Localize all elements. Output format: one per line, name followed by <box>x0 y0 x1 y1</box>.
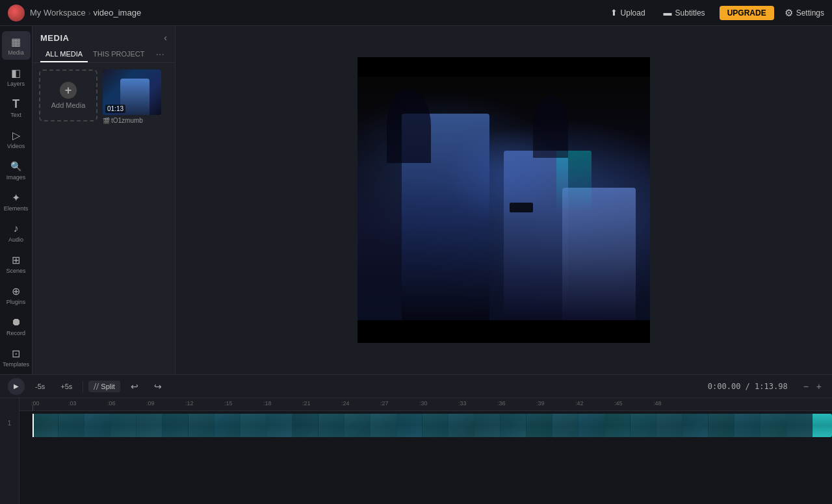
sidebar-item-videos[interactable]: ▷ Videos <box>2 125 31 153</box>
redo-button[interactable]: ↪ <box>149 379 167 394</box>
sidebar: ▦ Media ◧ Layers T Text ▷ Videos 🔍 Image… <box>0 26 32 374</box>
videos-icon: ▷ <box>10 129 23 142</box>
collapse-panel-button[interactable]: ‹ <box>164 32 167 43</box>
sidebar-item-media[interactable]: ▦ Media <box>2 31 31 60</box>
sidebar-item-record[interactable]: ⏺ Record <box>2 312 31 340</box>
clip-frame <box>760 414 786 437</box>
tab-this-project[interactable]: THIS PROJECT <box>88 47 150 62</box>
media-panel: MEDIA ‹ ALL MEDIA THIS PROJECT ··· + Add… <box>32 26 176 374</box>
sidebar-item-layers-label: Layers <box>7 81 25 87</box>
sidebar-item-media-label: Media <box>8 49 24 56</box>
sidebar-item-plugins-label: Plugins <box>6 299 26 305</box>
clip-frame <box>58 414 84 437</box>
media-content: + Add Media 01:13 🎬 tO1zmumb <box>32 63 175 374</box>
sidebar-item-layers[interactable]: ◧ Layers <box>2 62 31 91</box>
elements-icon: ✦ <box>10 191 23 204</box>
settings-button[interactable]: ⚙ Settings <box>785 7 824 19</box>
sidebar-item-audio[interactable]: ♪ Audio <box>2 218 31 247</box>
clip-frame <box>344 414 370 437</box>
settings-label: Settings <box>796 8 824 18</box>
split-button[interactable]: ⧸⧸ Split <box>88 381 120 392</box>
video-track-clip[interactable] <box>32 414 832 437</box>
play-button[interactable]: ▶ <box>8 378 25 395</box>
ruler-mark-2: :06 <box>107 400 116 407</box>
timeline-content: 1 :00 :03 :06 :09 :12 :15 :18 :21 :24 :2… <box>0 398 832 504</box>
ruler-mark-14: :42 <box>575 400 584 407</box>
ruler-marks: :00 :03 :06 :09 :12 :15 :18 :21 :24 :27 … <box>20 398 832 410</box>
video-content <box>358 77 650 323</box>
breadcrumb-separator: › <box>88 9 91 17</box>
media-more-button[interactable]: ··· <box>153 47 167 62</box>
ruler-mark-15: :45 <box>614 400 623 407</box>
templates-icon: ⊡ <box>10 347 23 360</box>
clip-frame <box>162 414 188 437</box>
timeline-area: ▶ -5s +5s ⧸⧸ Split ↩ ↪ 0:00.00 / 1:13.98… <box>0 374 832 504</box>
media-thumb-name: 🎬 tO1zmumb <box>103 117 161 124</box>
timeline-ruler: :00 :03 :06 :09 :12 :15 :18 :21 :24 :27 … <box>20 398 832 411</box>
media-thumb-filename: tO1zmumb <box>111 117 143 124</box>
clip-frame <box>786 414 812 437</box>
video-scene <box>358 77 650 323</box>
split-label: Split <box>101 383 114 390</box>
film-icon: 🎬 <box>103 118 110 124</box>
clip-frame <box>240 414 266 437</box>
track-labels: 1 <box>0 398 20 504</box>
sidebar-item-elements[interactable]: ✦ Elements <box>2 187 31 216</box>
sidebar-item-images[interactable]: 🔍 Images <box>2 156 31 184</box>
subtitles-label: Subtitles <box>675 8 705 18</box>
timeline-tracks <box>20 411 832 504</box>
sidebar-item-text[interactable]: T Text <box>2 94 31 122</box>
ruler-mark-4: :12 <box>185 400 194 407</box>
text-icon: T <box>10 97 23 110</box>
app-logo <box>8 5 25 21</box>
clip-frame <box>110 414 136 437</box>
sidebar-item-record-label: Record <box>6 330 25 336</box>
clip-frame <box>734 414 760 437</box>
timeline-scroll-area: :00 :03 :06 :09 :12 :15 :18 :21 :24 :27 … <box>20 398 832 504</box>
sidebar-item-scenes-label: Scenes <box>6 268 25 274</box>
images-icon: 🔍 <box>10 160 23 173</box>
clip-frame <box>370 414 396 437</box>
project-name: video_image <box>93 8 141 18</box>
clip-frame <box>526 414 552 437</box>
zoom-in-button[interactable]: + <box>814 380 824 393</box>
minus5-button[interactable]: -5s <box>30 381 50 392</box>
plus5-button[interactable]: +5s <box>55 381 77 392</box>
playhead[interactable] <box>32 414 34 437</box>
video-preview <box>358 57 650 343</box>
undo-button[interactable]: ↩ <box>125 379 144 394</box>
navbar-right: ⬆ Upload ▬ Subtitles UPGRADE ⚙ Settings <box>606 6 824 20</box>
media-thumbnail-item[interactable]: 01:13 🎬 tO1zmumb <box>103 69 161 124</box>
clip-frame <box>656 414 682 437</box>
upgrade-button[interactable]: UPGRADE <box>720 6 774 20</box>
plugins-icon: ⊕ <box>10 284 23 297</box>
clip-frame <box>448 414 474 437</box>
settings-icon: ⚙ <box>785 7 793 19</box>
workspace-link[interactable]: My Workspace <box>30 8 86 18</box>
clip-frame <box>214 414 240 437</box>
clip-frame <box>188 414 214 437</box>
media-tabs: ALL MEDIA THIS PROJECT ··· <box>32 47 175 63</box>
clip-frame <box>630 414 656 437</box>
clip-frame <box>578 414 604 437</box>
sidebar-item-templates[interactable]: ⊡ Templates <box>2 343 31 372</box>
sidebar-item-elements-label: Elements <box>4 205 29 212</box>
clip-frame <box>474 414 500 437</box>
clip-frame <box>292 414 318 437</box>
ruler-mark-11: :33 <box>458 400 467 407</box>
ruler-mark-7: :21 <box>302 400 311 407</box>
sidebar-item-scenes[interactable]: ⊞ Scenes <box>2 249 31 278</box>
subtitles-button[interactable]: ▬ Subtitles <box>660 6 709 19</box>
play-icon: ▶ <box>14 383 19 390</box>
sidebar-item-videos-label: Videos <box>7 143 25 149</box>
tab-all-media[interactable]: ALL MEDIA <box>40 47 88 62</box>
upload-button[interactable]: ⬆ Upload <box>606 6 649 19</box>
add-media-button[interactable]: + Add Media <box>39 69 98 121</box>
clip-frame <box>604 414 630 437</box>
media-icon: ▦ <box>10 35 23 48</box>
media-thumb-image: 01:13 <box>103 69 161 115</box>
media-panel-header: MEDIA ‹ <box>32 26 175 47</box>
breadcrumb: My Workspace › video_image <box>30 8 141 18</box>
zoom-out-button[interactable]: − <box>801 380 811 393</box>
sidebar-item-plugins[interactable]: ⊕ Plugins <box>2 281 31 309</box>
